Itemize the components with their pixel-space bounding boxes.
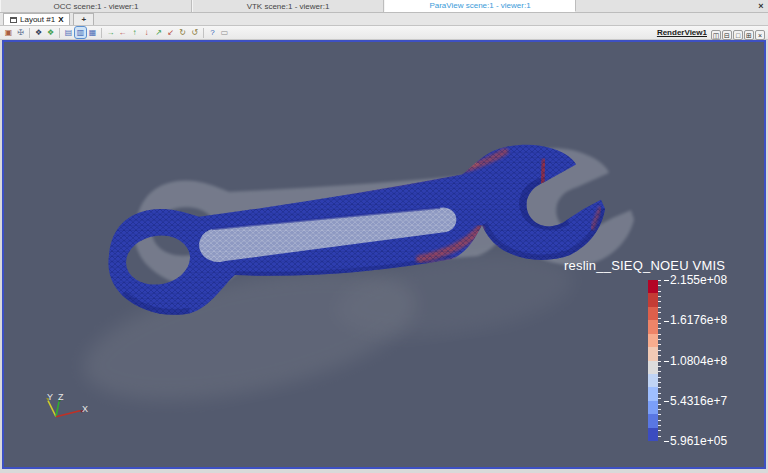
view-minus-z-icon[interactable]: ↙ — [165, 27, 176, 38]
toolbar-icons: ▣✠❖❖▤▥▦→←↑↓↗↙↻↺?▭ — [3, 27, 230, 38]
view-3d-icon[interactable]: ❖ — [33, 27, 44, 38]
close-view-button[interactable]: × — [755, 30, 765, 40]
axis-z-label: Z — [58, 392, 64, 402]
detach-view-button[interactable]: ⊞ — [744, 30, 754, 40]
colorbar-band — [648, 280, 658, 293]
projection-x-icon[interactable]: ▤ — [63, 27, 74, 38]
help-icon[interactable]: ? — [207, 27, 218, 38]
render-view[interactable]: Y Z X reslin__SIEQ_NOEU VMIS 2.155e+081.… — [2, 40, 766, 469]
color-legend[interactable]: reslin__SIEQ_NOEU VMIS 2.155e+081.6176e+… — [564, 258, 764, 273]
tab-layout-1[interactable]: Layout #1 X — [3, 13, 70, 25]
colorbar-label: 2.155e+08 — [664, 273, 727, 287]
maximize-view-button[interactable]: □ — [733, 30, 743, 40]
colorbar-label: 5.961e+05 — [664, 434, 727, 448]
orientation-axes: Y Z X — [46, 392, 88, 417]
toolbar-separator — [203, 28, 204, 38]
toolbar-separator — [101, 28, 102, 38]
scaling-icon[interactable]: ▭ — [219, 27, 230, 38]
colorbar-band — [648, 293, 658, 306]
view-minus-y-icon[interactable]: ↓ — [141, 27, 152, 38]
view-title[interactable]: RenderView1 — [657, 28, 707, 37]
colorbar-band — [648, 401, 658, 414]
colorbar-ticks — [658, 280, 661, 441]
close-layout-icon[interactable]: X — [58, 15, 63, 24]
projection-z-icon[interactable]: ▦ — [87, 27, 98, 38]
colorbar-band — [648, 320, 658, 333]
major-tick — [664, 361, 669, 362]
camera-toolbar: ▣✠❖❖▤▥▦→←↑↓↗↙↻↺?▭ RenderView1 ◫⊟□⊞× — [0, 26, 768, 40]
render-frame: Y Z X reslin__SIEQ_NOEU VMIS 2.155e+081.… — [0, 40, 768, 473]
fit-all-icon[interactable]: ❖ — [45, 27, 56, 38]
tab-paraview-scene[interactable]: ParaView scene:1 - viewer:1 — [384, 0, 576, 12]
major-tick — [664, 441, 669, 442]
window-icon — [10, 17, 17, 23]
projection-y-icon[interactable]: ▥ — [75, 27, 86, 38]
colorbar-band — [648, 374, 658, 387]
colorbar-band — [648, 307, 658, 320]
colorbar — [648, 280, 658, 441]
major-tick — [664, 401, 669, 402]
view-plus-x-icon[interactable]: → — [105, 27, 116, 38]
legend-title: reslin__SIEQ_NOEU VMIS — [564, 258, 764, 273]
view-plus-z-icon[interactable]: ↗ — [153, 27, 164, 38]
colorbar-band — [648, 334, 658, 347]
major-tick — [664, 321, 669, 322]
dump-view-icon[interactable]: ▣ — [3, 27, 14, 38]
colorbar-label: 1.6176e+8 — [664, 313, 727, 327]
rotate-right-icon[interactable]: ↻ — [177, 27, 188, 38]
major-tick — [664, 280, 669, 281]
tabbar-spacer — [576, 0, 754, 12]
tab-occ-scene[interactable]: OCC scene:1 - viewer:1 — [0, 0, 192, 12]
colorbar-band — [648, 387, 658, 400]
tab-vtk-scene[interactable]: VTK scene:1 - viewer:1 — [192, 0, 384, 12]
split-horizontal-button[interactable]: ◫ — [711, 30, 721, 40]
toolbar-separator — [29, 28, 30, 38]
colorbar-band — [648, 347, 658, 360]
colorbar-label: 5.4316e+7 — [664, 394, 727, 408]
close-icon[interactable]: × — [754, 0, 768, 12]
add-layout-tab-button[interactable]: + — [73, 13, 94, 25]
view-header: RenderView1 ◫⊟□⊞× — [657, 24, 765, 42]
view-window-buttons: ◫⊟□⊞× — [710, 24, 765, 42]
view-plus-y-icon[interactable]: ↑ — [129, 27, 140, 38]
application-window: OCC scene:1 - viewer:1 VTK scene:1 - vie… — [0, 0, 768, 473]
colorbar-label: 1.0804e+8 — [664, 354, 727, 368]
colorbar-band — [648, 428, 658, 441]
axis-x-label: X — [82, 404, 88, 414]
axis-y-label: Y — [47, 392, 53, 402]
colorbar-band — [648, 361, 658, 374]
colorbar-band — [648, 414, 658, 427]
interaction-style-icon[interactable]: ✠ — [15, 27, 26, 38]
view-minus-x-icon[interactable]: ← — [117, 27, 128, 38]
layout-tab-bar: Layout #1 X + — [0, 13, 768, 26]
scene-tab-bar: OCC scene:1 - viewer:1 VTK scene:1 - vie… — [0, 0, 768, 13]
split-vertical-button[interactable]: ⊟ — [722, 30, 732, 40]
layout-tab-label: Layout #1 — [20, 15, 55, 24]
rotate-left-icon[interactable]: ↺ — [189, 27, 200, 38]
toolbar-separator — [59, 28, 60, 38]
